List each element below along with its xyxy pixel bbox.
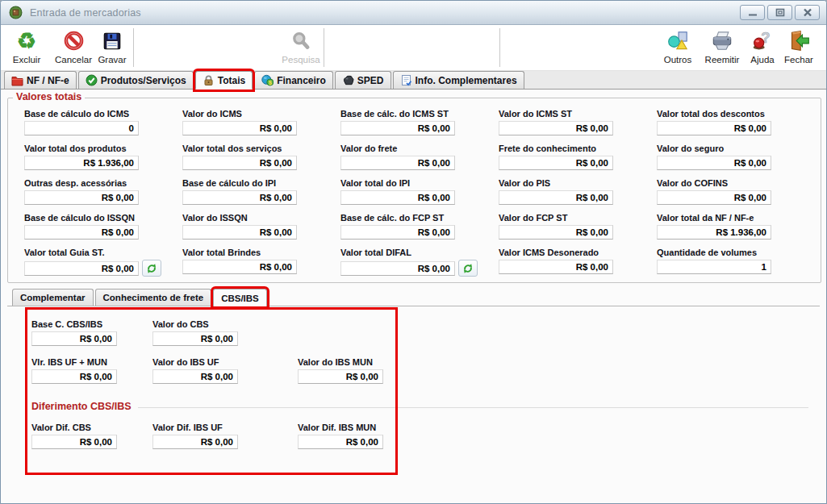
total-field: Valor do seguro R$ 0,00 bbox=[657, 143, 815, 177]
money-icon: $ bbox=[261, 74, 274, 86]
field-label: Valor do IBS MUN bbox=[298, 357, 419, 367]
check-shield-icon bbox=[86, 74, 98, 86]
subtab-complementar[interactable]: Complementar bbox=[12, 289, 94, 306]
field-input[interactable]: R$ 1.936,00 bbox=[24, 156, 139, 170]
total-field: Quantidade de volumes 1 bbox=[657, 247, 815, 281]
field-label: Valor Dif. CBS bbox=[31, 423, 152, 432]
field-input[interactable]: R$ 0,00 bbox=[298, 435, 383, 449]
field-input[interactable]: R$ 0,00 bbox=[340, 121, 455, 135]
field-input[interactable]: R$ 0,00 bbox=[24, 190, 139, 205]
field-input[interactable]: R$ 0,00 bbox=[499, 190, 613, 205]
maximize-button[interactable] bbox=[767, 5, 792, 20]
total-field: Valor total dos descontos R$ 0,00 bbox=[657, 108, 815, 143]
field-input[interactable]: R$ 0,00 bbox=[152, 331, 238, 346]
field-label: Vlr. IBS UF + MUN bbox=[31, 357, 152, 367]
total-field: Valor total Guia ST. R$ 0,00 bbox=[24, 247, 182, 281]
field-input[interactable]: R$ 0,00 bbox=[499, 121, 613, 135]
field-input[interactable]: R$ 0,00 bbox=[182, 260, 297, 274]
totals-grid: Base de cálculo do ICMS 0 Valor do ICMS … bbox=[24, 108, 816, 281]
total-field: Outras desp. acessórias R$ 0,00 bbox=[24, 177, 182, 212]
field-input[interactable]: R$ 0,00 bbox=[24, 225, 139, 240]
reemitir-button[interactable]: Reemitir bbox=[700, 27, 745, 69]
field-label: Quantidade de volumes bbox=[657, 248, 815, 257]
field-input[interactable]: 0 bbox=[24, 121, 139, 135]
cbs-field: Base C. CBS/IBS R$ 0,00 bbox=[31, 319, 152, 346]
field-input[interactable]: R$ 0,00 bbox=[298, 369, 383, 384]
minimize-button[interactable] bbox=[740, 5, 765, 20]
field-input[interactable]: R$ 0,00 bbox=[31, 331, 117, 346]
field-input[interactable]: R$ 0,00 bbox=[657, 156, 771, 170]
field-input[interactable]: R$ 0,00 bbox=[340, 156, 455, 170]
field-label: Frete do conhecimento bbox=[499, 144, 657, 153]
field-input[interactable]: R$ 1.936,00 bbox=[657, 225, 771, 240]
field-label: Valor do ICMS bbox=[182, 109, 340, 119]
field-input[interactable]: R$ 0,00 bbox=[657, 190, 771, 205]
field-label: Valor total DIFAL bbox=[340, 248, 499, 257]
recycle-icon: ♻ bbox=[17, 27, 36, 54]
refresh-button[interactable] bbox=[142, 260, 161, 277]
field-input[interactable]: R$ 0,00 bbox=[182, 156, 297, 170]
field-input[interactable]: R$ 0,00 bbox=[499, 260, 613, 274]
totais-panel: Valores totais Base de cálculo do ICMS 0… bbox=[1, 90, 826, 503]
field-input[interactable]: R$ 0,00 bbox=[340, 225, 455, 240]
section-title: Valores totais bbox=[13, 91, 85, 102]
floppy-icon bbox=[102, 27, 123, 54]
tab-info-complementares[interactable]: Info. Complementares bbox=[393, 71, 524, 89]
fechar-button[interactable]: Fechar bbox=[779, 27, 819, 69]
field-input[interactable]: R$ 0,00 bbox=[499, 156, 613, 170]
field-label: Valor Dif. IBS UF bbox=[152, 423, 298, 432]
tab-nf-nfe[interactable]: NF / NF-e bbox=[4, 71, 77, 89]
valores-totais-groupbox: Valores totais Base de cálculo do ICMS 0… bbox=[7, 98, 821, 283]
app-icon bbox=[9, 6, 23, 19]
field-input[interactable]: R$ 0,00 bbox=[657, 121, 771, 135]
subtab-conhecimento-frete[interactable]: Conhecimento de frete bbox=[95, 289, 212, 306]
field-label: Base de cálculo do IPI bbox=[182, 178, 340, 188]
cbs-field: Valor Dif. IBS MUN R$ 0,00 bbox=[298, 422, 419, 449]
field-input[interactable]: R$ 0,00 bbox=[182, 121, 297, 135]
refresh-button[interactable] bbox=[458, 260, 478, 277]
cbs-row-2: Vlr. IBS UF + MUN R$ 0,00 Valor do IBS U… bbox=[31, 356, 419, 384]
outros-button[interactable]: Outros bbox=[655, 27, 700, 69]
total-field: Valor ICMS Desonerado R$ 0,00 bbox=[499, 247, 657, 281]
field-input[interactable]: R$ 0,00 bbox=[31, 369, 117, 384]
field-input[interactable]: R$ 0,00 bbox=[340, 190, 455, 205]
field-label: Base de cálculo do ISSQN bbox=[24, 213, 182, 223]
ajuda-button[interactable]: ? Ajuda bbox=[745, 27, 780, 69]
total-field: Valor do ISSQN R$ 0,00 bbox=[182, 212, 340, 247]
total-field: Valor do frete R$ 0,00 bbox=[340, 143, 499, 177]
cbs-row-1: Base C. CBS/IBS R$ 0,00 Valor do CBS R$ … bbox=[31, 319, 419, 346]
field-label: Valor do CBS bbox=[152, 319, 298, 329]
total-field: Valor do ICMS R$ 0,00 bbox=[182, 108, 340, 143]
field-input[interactable]: R$ 0,00 bbox=[340, 261, 455, 276]
field-input[interactable]: R$ 0,00 bbox=[31, 435, 117, 449]
close-button[interactable] bbox=[795, 5, 820, 20]
excluir-button[interactable]: ♻ Excluir bbox=[4, 27, 49, 69]
toolbar: ♻ Excluir Cancelar bbox=[1, 25, 826, 71]
cbs-field: Valor Dif. CBS R$ 0,00 bbox=[31, 422, 152, 449]
gravar-button[interactable]: Gravar bbox=[94, 27, 130, 69]
refresh-icon bbox=[146, 263, 157, 274]
tab-sped[interactable]: SPED bbox=[335, 71, 391, 89]
field-input[interactable]: R$ 0,00 bbox=[24, 261, 139, 276]
field-input[interactable]: R$ 0,00 bbox=[499, 225, 613, 240]
cancelar-button[interactable]: Cancelar bbox=[51, 27, 96, 69]
tab-produtos-servicos[interactable]: Produtos/Serviços bbox=[78, 71, 194, 89]
field-label: Valor total dos produtos bbox=[24, 144, 182, 153]
total-field: Valor do PIS R$ 0,00 bbox=[499, 177, 657, 212]
total-field: Base de cálculo do ICMS 0 bbox=[24, 108, 182, 143]
toolbar-separator bbox=[324, 28, 324, 67]
field-input[interactable]: R$ 0,00 bbox=[182, 190, 297, 205]
field-input[interactable]: 1 bbox=[657, 260, 771, 274]
subtab-cbs-ibs[interactable]: CBS/IBS bbox=[213, 289, 267, 306]
section-divider bbox=[138, 407, 808, 408]
field-label: Valor Dif. IBS MUN bbox=[298, 423, 419, 432]
field-label: Valor do ICMS ST bbox=[499, 109, 657, 119]
printer-icon bbox=[711, 27, 733, 54]
total-field: Valor do FCP ST R$ 0,00 bbox=[499, 212, 657, 247]
tab-totais[interactable]: Totais bbox=[195, 71, 253, 90]
field-input[interactable]: R$ 0,00 bbox=[182, 225, 297, 240]
tab-financeiro[interactable]: $ Financeiro bbox=[254, 71, 333, 89]
field-label: Base de cálculo do ICMS bbox=[24, 109, 182, 119]
field-input[interactable]: R$ 0,00 bbox=[152, 369, 238, 384]
field-input[interactable]: R$ 0,00 bbox=[152, 435, 238, 449]
